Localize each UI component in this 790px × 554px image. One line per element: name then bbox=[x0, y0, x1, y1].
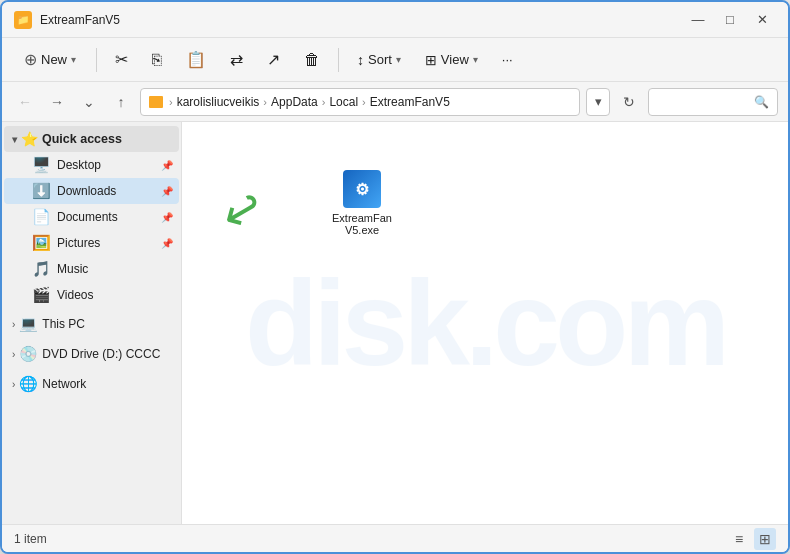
list-view-button[interactable]: ≡ bbox=[728, 528, 750, 550]
downloads-label: Downloads bbox=[57, 184, 116, 198]
path-part-3: Local bbox=[329, 95, 358, 109]
dvd-section: › 💿 DVD Drive (D:) CCCC bbox=[2, 340, 181, 368]
view-button[interactable]: ⊞ View ▾ bbox=[415, 44, 488, 76]
desktop-icon: 🖥️ bbox=[32, 156, 51, 174]
view-icon: ⊞ bbox=[425, 52, 437, 68]
delete-icon: 🗑 bbox=[304, 51, 320, 69]
sidebar-item-pictures[interactable]: 🖼️ Pictures 📌 bbox=[4, 230, 179, 256]
desktop-label: Desktop bbox=[57, 158, 101, 172]
expand-arrow-network: › bbox=[12, 379, 15, 390]
sidebar-item-desktop[interactable]: 🖥️ Desktop 📌 bbox=[4, 152, 179, 178]
sidebar: ▾ ⭐ Quick access 🖥️ Desktop 📌 ⬇️ Downloa… bbox=[2, 122, 182, 524]
status-bar: 1 item ≡ ⊞ bbox=[2, 524, 788, 552]
view-toggles: ≡ ⊞ bbox=[728, 528, 776, 550]
path-separator-4: › bbox=[362, 96, 366, 108]
dvd-label: DVD Drive (D:) CCCC bbox=[42, 347, 160, 361]
recent-button[interactable]: ⌄ bbox=[76, 89, 102, 115]
address-dropdown[interactable]: ▾ bbox=[586, 88, 610, 116]
sidebar-item-downloads[interactable]: ⬇️ Downloads 📌 bbox=[4, 178, 179, 204]
up-button[interactable]: ↑ bbox=[108, 89, 134, 115]
file-item-exe[interactable]: ⚙ ExtreamFanV5.exe bbox=[322, 162, 402, 244]
sort-dropdown-icon: ▾ bbox=[396, 54, 401, 65]
file-name: ExtreamFanV5.exe bbox=[330, 212, 394, 236]
sidebar-item-documents[interactable]: 📄 Documents 📌 bbox=[4, 204, 179, 230]
path-part-1: karolisliucveikis bbox=[177, 95, 260, 109]
expand-arrow-dvd: › bbox=[12, 349, 15, 360]
copy-icon: ⎘ bbox=[152, 51, 162, 69]
pin-icon-downloads: 📌 bbox=[161, 186, 173, 197]
delete-button[interactable]: 🗑 bbox=[294, 44, 330, 76]
pictures-icon: 🖼️ bbox=[32, 234, 51, 252]
explorer-window: 📁 ExtreamFanV5 — □ ✕ ⊕ New ▾ ✂ ⎘ 📋 ⇄ ↗ bbox=[0, 0, 790, 554]
path-part-2: AppData bbox=[271, 95, 318, 109]
sort-button[interactable]: ↕ Sort ▾ bbox=[347, 44, 411, 76]
network-header[interactable]: › 🌐 Network bbox=[4, 370, 179, 398]
loading-arrow: ↩ bbox=[211, 176, 274, 244]
path-separator-2: › bbox=[263, 96, 267, 108]
new-dropdown-icon: ▾ bbox=[71, 54, 76, 65]
pictures-label: Pictures bbox=[57, 236, 100, 250]
view-label: View bbox=[441, 52, 469, 67]
pin-icon-documents: 📌 bbox=[161, 212, 173, 223]
new-label: New bbox=[41, 52, 67, 67]
sort-icon: ↕ bbox=[357, 52, 364, 68]
refresh-button[interactable]: ↻ bbox=[616, 89, 642, 115]
toolbar-divider-1 bbox=[96, 48, 97, 72]
search-box[interactable]: 🔍 bbox=[648, 88, 778, 116]
this-pc-section: › 💻 This PC bbox=[2, 310, 181, 338]
plus-icon: ⊕ bbox=[24, 50, 37, 69]
cut-button[interactable]: ✂ bbox=[105, 44, 138, 76]
music-icon: 🎵 bbox=[32, 260, 51, 278]
exe-icon: ⚙ bbox=[343, 170, 381, 208]
share-button[interactable]: ↗ bbox=[257, 44, 290, 76]
this-pc-icon: 💻 bbox=[19, 315, 38, 333]
path-separator-1: › bbox=[169, 96, 173, 108]
view-dropdown-icon: ▾ bbox=[473, 54, 478, 65]
collapse-icon: ▾ bbox=[12, 134, 17, 145]
share-icon: ↗ bbox=[267, 50, 280, 69]
copy-button[interactable]: ⎘ bbox=[142, 44, 172, 76]
quick-access-header[interactable]: ▾ ⭐ Quick access bbox=[4, 126, 179, 152]
this-pc-label: This PC bbox=[42, 317, 85, 331]
network-section: › 🌐 Network bbox=[2, 370, 181, 398]
more-button[interactable]: ··· bbox=[492, 44, 523, 76]
music-label: Music bbox=[57, 262, 88, 276]
downloads-icon: ⬇️ bbox=[32, 182, 51, 200]
this-pc-header[interactable]: › 💻 This PC bbox=[4, 310, 179, 338]
toolbar: ⊕ New ▾ ✂ ⎘ 📋 ⇄ ↗ 🗑 ↕ Sort ▾ ⊞ bbox=[2, 38, 788, 82]
file-area: disk.com ↩ ⚙ ExtreamFanV5.exe bbox=[182, 122, 788, 524]
minimize-button[interactable]: — bbox=[684, 9, 712, 31]
close-button[interactable]: ✕ bbox=[748, 9, 776, 31]
sort-label: Sort bbox=[368, 52, 392, 67]
documents-icon: 📄 bbox=[32, 208, 51, 226]
cut-icon: ✂ bbox=[115, 50, 128, 69]
grid-view-button[interactable]: ⊞ bbox=[754, 528, 776, 550]
move-button[interactable]: ⇄ bbox=[220, 44, 253, 76]
status-count: 1 item bbox=[14, 532, 47, 546]
window-title: ExtreamFanV5 bbox=[40, 13, 684, 27]
forward-button[interactable]: → bbox=[44, 89, 70, 115]
app-icon: 📁 bbox=[14, 11, 32, 29]
documents-label: Documents bbox=[57, 210, 118, 224]
sidebar-item-music[interactable]: 🎵 Music bbox=[4, 256, 179, 282]
address-bar: ← → ⌄ ↑ › karolisliucveikis › AppData › … bbox=[2, 82, 788, 122]
watermark: disk.com bbox=[245, 254, 725, 392]
path-part-4: ExtreamFanV5 bbox=[370, 95, 450, 109]
folder-icon bbox=[149, 96, 163, 108]
dvd-header[interactable]: › 💿 DVD Drive (D:) CCCC bbox=[4, 340, 179, 368]
quick-access-section: ▾ ⭐ Quick access 🖥️ Desktop 📌 ⬇️ Downloa… bbox=[2, 126, 181, 308]
sidebar-item-videos[interactable]: 🎬 Videos bbox=[4, 282, 179, 308]
pin-icon-pictures: 📌 bbox=[161, 238, 173, 249]
network-label: Network bbox=[42, 377, 86, 391]
back-button[interactable]: ← bbox=[12, 89, 38, 115]
title-bar: 📁 ExtreamFanV5 — □ ✕ bbox=[2, 2, 788, 38]
address-path[interactable]: › karolisliucveikis › AppData › Local › … bbox=[140, 88, 580, 116]
maximize-button[interactable]: □ bbox=[716, 9, 744, 31]
paste-icon: 📋 bbox=[186, 50, 206, 69]
quick-access-label: Quick access bbox=[42, 132, 122, 146]
new-button[interactable]: ⊕ New ▾ bbox=[12, 44, 88, 76]
search-icon: 🔍 bbox=[754, 95, 769, 109]
paste-button[interactable]: 📋 bbox=[176, 44, 216, 76]
dvd-icon: 💿 bbox=[19, 345, 38, 363]
quick-access-star-icon: ⭐ bbox=[21, 131, 38, 147]
